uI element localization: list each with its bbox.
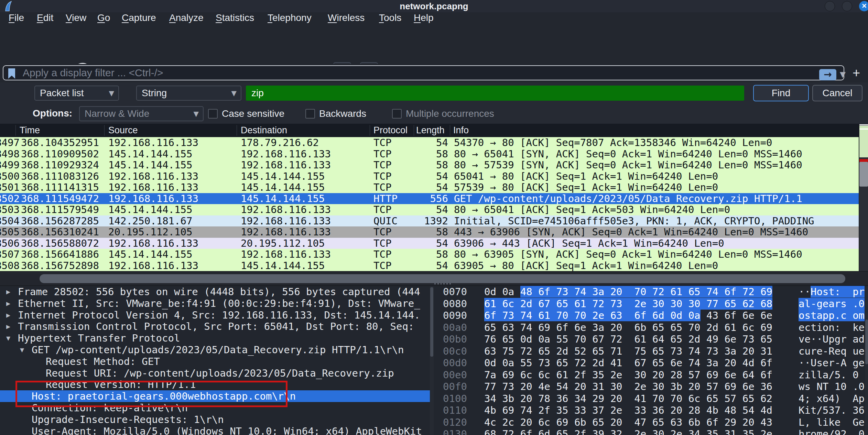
hex-row[interactable]: 008061 6c 2d 67 65 61 72 73 2e 30 30 30 …: [441, 298, 865, 310]
hex-row[interactable]: 010034 3b 20 78 36 34 29 20 41 70 70 6c …: [441, 393, 865, 405]
column-separator[interactable]: [237, 125, 237, 136]
hex-ascii: ws NT 10 .0: [799, 381, 865, 392]
window-maximize-button[interactable]: [842, 1, 852, 11]
hex-row[interactable]: 00d00d 0a 55 73 65 72 2d 41 67 65 6e 74 …: [441, 357, 865, 369]
display-filter-input[interactable]: Apply a display filter ... <Ctrl-/> → ▼: [3, 65, 844, 80]
column-separator[interactable]: [414, 125, 414, 136]
detail-line[interactable]: ▸Frame 28502: 556 bytes on wire (4448 bi…: [0, 286, 434, 298]
packet-row[interactable]: 28502368.111549472192.168.116.133145.14.…: [0, 193, 859, 204]
packet-row[interactable]: 28500368.111083126192.168.116.133145.14.…: [0, 171, 859, 182]
case-sensitive-checkbox[interactable]: [208, 109, 218, 119]
find-type-select[interactable]: String ▼: [136, 86, 241, 101]
collapse-arrow-icon[interactable]: ▸: [6, 298, 10, 309]
hex-row[interactable]: 00906f 73 74 61 70 70 2e 63 6f 6d 0d 0a …: [441, 310, 865, 322]
hex-scrollbar[interactable]: [865, 286, 868, 435]
hex-row[interactable]: 00c063 75 72 65 2d 52 65 71 75 65 73 74 …: [441, 345, 865, 357]
cancel-button[interactable]: Cancel: [812, 85, 862, 101]
detail-line[interactable]: ▾GET /wp-content/uploads/2023/05/Data_Re…: [0, 344, 434, 356]
menu-item-analyze[interactable]: Analyze: [169, 12, 204, 24]
apply-filter-button[interactable]: →: [819, 69, 836, 80]
hex-row[interactable]: 013068 72 6f 6d 65 2f 39 32 2e 30 2e 34 …: [441, 428, 865, 435]
hex-row[interactable]: 00700d 0a 48 6f 73 74 3a 20 70 72 61 65 …: [441, 286, 865, 298]
column-separator[interactable]: [370, 125, 370, 136]
column-header-info[interactable]: Info: [453, 124, 469, 137]
hex-dump-pane: 00700d 0a 48 6f 73 74 3a 20 70 72 61 65 …: [441, 286, 865, 435]
find-search-input[interactable]: zip: [246, 86, 744, 101]
collapse-arrow-icon[interactable]: ▸: [6, 286, 10, 298]
charset-select[interactable]: Narrow & Wide ▼: [79, 106, 204, 121]
menu-item-wireless[interactable]: Wireless: [328, 12, 365, 24]
packet-row[interactable]: 28497368.104352951192.168.116.133178.79.…: [0, 137, 859, 148]
expand-arrow-icon[interactable]: ▾: [20, 344, 24, 356]
packet-row[interactable]: 28499368.110929324145.14.144.155192.168.…: [0, 159, 859, 171]
options-label: Options:: [33, 104, 72, 123]
find-button[interactable]: Find: [753, 85, 809, 101]
column-header-destination[interactable]: Destination: [241, 124, 287, 137]
window-close-button[interactable]: ×: [859, 1, 868, 11]
column-separator[interactable]: [104, 125, 105, 136]
packet-list-horizontal-scrollbar[interactable]: [0, 271, 868, 286]
add-filter-button[interactable]: +: [849, 64, 864, 82]
expand-arrow-icon[interactable]: ▾: [6, 332, 10, 344]
packet-list-scrollbar[interactable]: [859, 124, 868, 271]
menu-item-capture[interactable]: Capture: [122, 12, 156, 24]
packet-row[interactable]: 28506368.156588072192.168.116.13320.195.…: [0, 238, 859, 249]
collapse-arrow-icon[interactable]: ▸: [6, 309, 10, 321]
detail-line[interactable]: Request Method: GET: [0, 356, 434, 367]
hex-scrollbar-thumb[interactable]: [865, 320, 868, 364]
hex-row[interactable]: 00b076 65 0d 0a 55 70 67 72 61 64 65 2d …: [441, 333, 865, 345]
multiple-occurrences-checkbox[interactable]: [392, 109, 402, 119]
detail-line[interactable]: Request URI: /wp-content/uploads/2023/05…: [0, 367, 434, 379]
hex-row[interactable]: 00f077 73 20 4e 54 20 31 30 2e 30 3b 20 …: [441, 381, 865, 393]
window-minimize-button[interactable]: [825, 1, 835, 11]
hex-row[interactable]: 00a065 63 74 69 6f 6e 3a 20 6b 65 65 70 …: [441, 322, 865, 334]
details-scrollbar[interactable]: [430, 286, 434, 435]
detail-line[interactable]: ▾Hypertext Transfer Protocol: [0, 332, 434, 344]
hex-row[interactable]: 01204c 2c 20 6c 69 6b 65 20 47 65 63 6b …: [441, 416, 865, 428]
column-header-source[interactable]: Source: [108, 124, 138, 137]
details-scrollbar-thumb[interactable]: [430, 287, 433, 357]
packet-row[interactable]: 28505368.15631024120.195.112.105192.168.…: [0, 226, 859, 238]
menu-item-statistics[interactable]: Statistics: [216, 12, 254, 24]
menu-item-tools[interactable]: Tools: [379, 12, 401, 24]
chevron-down-icon: ▼: [231, 86, 237, 100]
menu-item-file[interactable]: File: [9, 12, 24, 24]
charset-value: Narrow & Wide: [85, 107, 149, 121]
column-separator[interactable]: [450, 125, 450, 136]
backwards-checkbox[interactable]: [305, 109, 315, 119]
menu-item-edit[interactable]: Edit: [37, 12, 53, 24]
menu-item-go[interactable]: Go: [97, 12, 110, 24]
column-header-length[interactable]: Length: [416, 124, 445, 137]
window-title: network.pcapng: [0, 0, 868, 12]
packet-row[interactable]: 28504368.156287285142.250.181.67192.168.…: [0, 215, 859, 227]
collapse-arrow-icon[interactable]: ▸: [6, 321, 10, 332]
detail-line[interactable]: ▸Ethernet II, Src: VMware_be:f4:91 (00:0…: [0, 298, 434, 309]
hex-ascii: cure-Req ue: [799, 345, 865, 357]
detail-line[interactable]: User-Agent: Mozilla/5.0 (Windows NT 10.0…: [0, 425, 434, 435]
hex-row[interactable]: 01104b 69 74 2f 35 33 37 2e 33 36 20 28 …: [441, 404, 865, 416]
packet-row[interactable]: 28507368.156641886145.14.144.155192.168.…: [0, 249, 859, 260]
filter-bookmark-icon[interactable]: [8, 68, 15, 79]
column-separator[interactable]: [15, 125, 16, 136]
menu-item-help[interactable]: Help: [414, 12, 434, 24]
menu-item-telephony[interactable]: Telephony: [268, 12, 312, 24]
splitter-handle[interactable]: [434, 282, 451, 285]
packet-list-header[interactable]: TimeSourceDestinationProtocolLengthInfo: [0, 124, 859, 137]
hex-ascii: ection: ke: [799, 322, 865, 333]
pane-splitter[interactable]: [434, 286, 441, 435]
horizontal-scrollbar-thumb[interactable]: [40, 274, 845, 283]
menu-item-view[interactable]: View: [66, 12, 86, 24]
packet-row[interactable]: 28508368.156752898192.168.116.133145.14.…: [0, 260, 859, 271]
packet-row[interactable]: 28503368.111579549145.14.144.155192.168.…: [0, 204, 859, 215]
detail-line[interactable]: Upgrade-Insecure-Requests: 1\r\n: [0, 414, 434, 425]
hex-row[interactable]: 00e07a 69 6c 6c 61 2f 35 2e 30 20 28 57 …: [441, 369, 865, 381]
scrollbar-thumb[interactable]: [859, 162, 868, 187]
column-header-time[interactable]: Time: [20, 124, 40, 137]
detail-line[interactable]: ▸Transmission Control Protocol, Src Port…: [0, 321, 434, 332]
packet-row[interactable]: 28501368.111141315192.168.116.133145.14.…: [0, 182, 859, 193]
column-header-protocol[interactable]: Protocol: [373, 124, 408, 137]
detail-line[interactable]: ▸Internet Protocol Version 4, Src: 192.1…: [0, 309, 434, 321]
find-scope-select[interactable]: Packet list ▼: [34, 86, 119, 101]
filter-dropdown-caret-icon[interactable]: ▼: [840, 68, 846, 81]
packet-row[interactable]: 28498368.110909502145.14.144.155192.168.…: [0, 148, 859, 160]
